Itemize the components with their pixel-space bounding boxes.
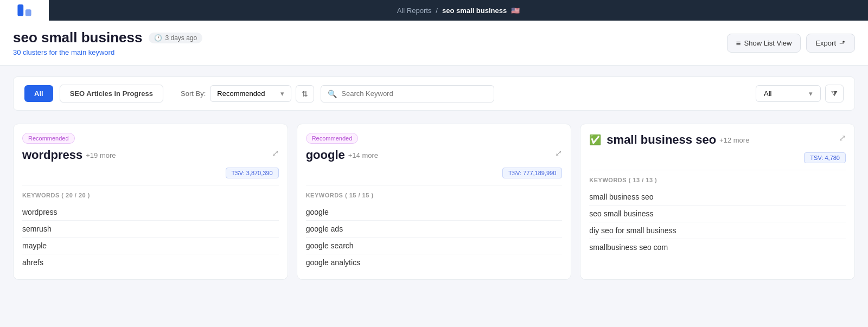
top-bar: All Reports / seo small business 🇺🇸 (0, 0, 868, 21)
time-badge: 🕐 3 days ago (149, 33, 202, 43)
logo-icon (15, 1, 34, 20)
sort-value: Recommended (217, 89, 265, 98)
tab-seo-articles[interactable]: SEO Articles in Progress (60, 85, 163, 102)
card-title-sbs: small business seo (607, 133, 716, 147)
sort-section: Sort By: Recommended ▾ ⇅ (181, 85, 314, 102)
card-more-google: +14 more (348, 151, 378, 159)
logo-area (0, 0, 49, 21)
card-header-google: google +14 more ⤢ (306, 148, 563, 162)
breadcrumb-report: seo small business (442, 7, 507, 15)
check-icon: ✅ (589, 134, 601, 146)
list-item: smallbusiness seo com (589, 239, 846, 255)
main-content: All SEO Articles in Progress Sort By: Re… (0, 66, 868, 291)
tab-all[interactable]: All (24, 85, 53, 102)
list-item: ahrefs (22, 254, 279, 271)
cards-grid: Recommended wordpress +19 more ⤢ TSV: 3,… (13, 124, 855, 280)
card-title-google: google (306, 148, 345, 162)
sort-dropdown[interactable]: Recommended ▾ (210, 85, 291, 102)
chevron-down-icon: ▾ (280, 89, 284, 98)
card-google: Recommended google +14 more ⤢ TSV: 777,1… (297, 124, 572, 280)
card-title-wordpress: wordpress (22, 148, 82, 162)
list-item: semrush (22, 221, 279, 238)
list-item: seo small business (589, 206, 846, 222)
breadcrumb-all[interactable]: All Reports (397, 7, 432, 15)
card-badge-google: Recommended (306, 133, 359, 144)
page-header: seo small business 🕐 3 days ago 30 clust… (0, 21, 868, 66)
filter-bar: All SEO Articles in Progress Sort By: Re… (13, 76, 855, 111)
card-header-sbs: ✅ small business seo +12 more ⤢ (589, 133, 846, 147)
export-icon: ⬏ (839, 39, 846, 47)
flag-icon: 🇺🇸 (511, 7, 520, 15)
all-filter-dropdown[interactable]: All ▾ (756, 85, 821, 102)
list-item: google analytics (306, 254, 563, 271)
card-wordpress: Recommended wordpress +19 more ⤢ TSV: 3,… (13, 124, 288, 280)
search-input[interactable] (341, 89, 487, 98)
filter-icon: ⧩ (831, 89, 838, 98)
svg-rect-1 (17, 4, 23, 16)
sort-label: Sort By: (181, 89, 206, 98)
advanced-filter-button[interactable]: ⧩ (825, 85, 844, 102)
keyword-list-google: google google ads google search google a… (306, 204, 563, 271)
export-button[interactable]: Export ⬏ (806, 34, 855, 53)
clock-icon: 🕐 (154, 34, 162, 42)
list-item: google ads (306, 221, 563, 238)
chevron-down-icon-2: ▾ (809, 89, 813, 98)
tsv-value-wordpress: TSV: 3,870,390 (226, 168, 279, 178)
keywords-label-wordpress: KEYWORDS ( 20 / 20 ) (22, 192, 279, 198)
breadcrumb-separator: / (436, 7, 438, 15)
card-more-sbs: +12 more (719, 136, 749, 144)
search-icon: 🔍 (328, 89, 337, 98)
tsv-badge-sbs: TSV: 4,780 (589, 152, 846, 163)
keywords-label-google: KEYWORDS ( 15 / 15 ) (306, 192, 563, 198)
keyword-list-wordpress: wordpress semrush mayple ahrefs (22, 204, 279, 271)
page-title: seo small business (13, 29, 142, 46)
filter-right: All ▾ ⧩ (756, 85, 844, 102)
expand-icon-wordpress[interactable]: ⤢ (272, 148, 279, 158)
list-item: mayple (22, 238, 279, 254)
search-input-wrap: 🔍 (321, 85, 494, 102)
list-icon: ≡ (736, 39, 741, 48)
sort-arrows-icon: ⇅ (302, 89, 308, 98)
tsv-value-google: TSV: 777,189,990 (502, 168, 562, 178)
list-item: diy seo for small business (589, 222, 846, 239)
card-badge-wordpress: Recommended (22, 133, 75, 144)
header-left: seo small business 🕐 3 days ago 30 clust… (13, 29, 202, 56)
list-item: google (306, 204, 563, 221)
tsv-badge-google: TSV: 777,189,990 (306, 168, 563, 178)
list-item: wordpress (22, 204, 279, 221)
cluster-count: 30 clusters for the main keyword (13, 48, 202, 56)
svg-rect-2 (25, 9, 31, 16)
keywords-label-sbs: KEYWORDS ( 13 / 13 ) (589, 177, 846, 183)
show-list-view-button[interactable]: ≡ Show List View (727, 34, 801, 53)
header-title-row: seo small business 🕐 3 days ago (13, 29, 202, 46)
expand-icon-sbs[interactable]: ⤢ (839, 133, 846, 143)
card-small-business-seo: ✅ small business seo +12 more ⤢ TSV: 4,7… (580, 124, 855, 280)
time-ago: 3 days ago (165, 34, 197, 42)
all-filter-value: All (764, 89, 771, 98)
list-item: small business seo (589, 189, 846, 206)
sort-order-button[interactable]: ⇅ (296, 85, 314, 102)
keyword-list-sbs: small business seo seo small business di… (589, 189, 846, 255)
expand-icon-google[interactable]: ⤢ (555, 148, 562, 158)
tsv-value-sbs: TSV: 4,780 (804, 152, 846, 163)
card-header-wordpress: wordpress +19 more ⤢ (22, 148, 279, 162)
list-item: google search (306, 238, 563, 254)
header-actions: ≡ Show List View Export ⬏ (727, 34, 855, 53)
card-more-wordpress: +19 more (86, 151, 116, 159)
tsv-badge-wordpress: TSV: 3,870,390 (22, 168, 279, 178)
